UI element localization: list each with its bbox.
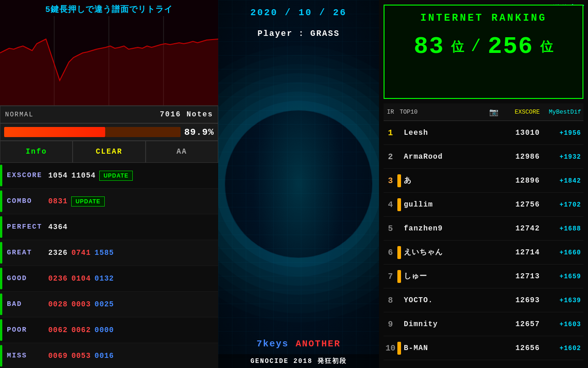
poor-val3: 0000	[95, 326, 114, 334]
miss-values: 0069 0053 0016	[48, 352, 216, 360]
stat-row-exscore: EXSCORE 1054 11054 UPDATE	[0, 163, 218, 189]
rank-diff-7: +1659	[542, 273, 583, 280]
right-panel: スコア送信完了 INTERNET RANKING 83 位 / 256 位 IR…	[379, 0, 588, 368]
rank-row-4: 4 gullim 12756 +1702	[384, 193, 583, 217]
great-label: GREAT	[7, 249, 48, 257]
rank-exscore-2: 12986	[501, 153, 542, 161]
rank-name-6: えいちゃん	[404, 247, 501, 257]
good-val1: 0236	[48, 275, 68, 283]
rank-exscore-10: 12656	[501, 344, 542, 352]
rank-diff-5: +1688	[542, 225, 583, 232]
song-title-bar: GENOCIDE 2018 発狂初段	[218, 354, 379, 368]
poor-val1: 0062	[48, 326, 68, 334]
rank-diff-6: +1660	[542, 249, 583, 256]
stat-row-poor: POOR 0062 0062 0000	[0, 317, 218, 343]
combo-update-btn[interactable]: UPDATE	[71, 196, 104, 207]
rank-medal-10	[397, 342, 401, 355]
exscore-val2: 11054	[71, 172, 96, 180]
perfect-val1: 4364	[48, 223, 68, 231]
tab-info[interactable]: Info	[0, 141, 73, 163]
rank-row-9: 9 Dimnity 12657 +1603	[384, 312, 583, 336]
miss-val3: 0016	[95, 352, 114, 360]
center-header: 2020 / 10 / 26	[218, 0, 379, 25]
rank-diff-8: +1639	[542, 297, 583, 304]
rank-exscore-5: 12742	[501, 224, 542, 233]
good-label: GOOD	[7, 275, 48, 282]
song-title-text: GENOCIDE 2018 発狂初段	[250, 357, 347, 365]
player-display: Player : GRASS	[257, 29, 339, 38]
bad-val1: 0028	[48, 300, 68, 309]
rank-name-8: YOCTO.	[404, 296, 501, 305]
bottom-keys-container: 7keys ANOTHER	[218, 334, 379, 354]
rank-number-9: 9	[384, 320, 397, 329]
rank-row-7: 7 しゅー 12713 +1659	[384, 264, 583, 288]
rank-row-6: 6 えいちゃん 12714 +1660	[384, 241, 583, 264]
miss-label: MISS	[7, 352, 48, 360]
bad-val2: 0003	[71, 300, 90, 309]
rank-medal-6	[397, 246, 401, 259]
rank-name-2: ArmaRood	[404, 153, 501, 161]
rank-number-2: 2	[384, 152, 397, 161]
rank-number-7: 7	[384, 272, 397, 281]
rank-number-8: 8	[384, 296, 397, 305]
tab-clear[interactable]: CLEAR	[73, 141, 145, 163]
exscore-values: 1054 11054 UPDATE	[48, 171, 216, 181]
good-values: 0236 0104 0132	[48, 275, 216, 283]
rh-exscore: EXSCORE	[501, 109, 542, 115]
center-panel	[218, 0, 379, 368]
rank-medal-1	[397, 126, 401, 139]
rank-medal-3	[397, 174, 401, 187]
rank-exscore-3: 12896	[501, 177, 542, 185]
rank-number-6: 6	[384, 248, 397, 257]
stat-row-perfect: PERFECT 4364	[0, 214, 218, 240]
exscore-update-btn[interactable]: UPDATE	[99, 171, 132, 181]
rank-row-3: 3 あ 12896 +1842	[384, 169, 583, 193]
rank-exscore-1: 13010	[501, 129, 542, 137]
combo-values: 0831 UPDATE	[48, 196, 216, 207]
rh-ir: IR	[384, 109, 397, 115]
miss-val1: 0069	[48, 352, 68, 360]
rank-diff-9: +1603	[542, 321, 583, 328]
rank-number-3: 3	[384, 176, 397, 185]
miss-val2: 0053	[71, 352, 90, 360]
exscore-val1: 1054	[48, 172, 68, 180]
rank-name-5: fanzhen9	[404, 224, 501, 233]
combo-label: COMBO	[7, 197, 48, 205]
rank-medal-9	[397, 318, 401, 331]
rank-medal-4	[397, 198, 401, 211]
keys-label: 7keys	[256, 339, 288, 349]
rank-exscore-7: 12713	[501, 272, 542, 281]
rank-name-10: B-MAN	[404, 344, 501, 352]
gauge-fill	[4, 127, 105, 137]
rank-exscore-8: 12693	[501, 296, 542, 305]
ir-box: INTERNET RANKING 83 位 / 256 位	[384, 5, 583, 99]
stat-row-miss: MISS 0069 0053 0016	[0, 343, 218, 368]
graph-area: 5鍵長押しで違う譜面でリトライ	[0, 0, 218, 106]
rank-medal-2	[397, 150, 401, 163]
rank-number-10: 10	[384, 344, 397, 353]
rank-row-5: 5 fanzhen9 12742 +1688	[384, 217, 583, 241]
ranking-header: IR TOP10 📷 EXSCORE MyBestDif	[384, 104, 583, 121]
performance-graph	[0, 16, 218, 106]
bad-label: BAD	[7, 300, 48, 308]
rank-name-9: Dimnity	[404, 320, 501, 328]
ir-rank-row: 83 位 / 256 位	[384, 29, 582, 65]
great-val3: 1585	[95, 249, 114, 257]
left-panel: 5鍵長押しで違う譜面でリトライ NORMAL 7016 Notes 89.9% …	[0, 0, 218, 368]
difficulty-display: ANOTHER	[296, 339, 341, 349]
good-val3: 0132	[95, 275, 114, 283]
rh-mybest: MyBestDif	[542, 109, 583, 115]
rank-number-1: 1	[384, 128, 397, 138]
rank-row-10: 10 B-MAN 12656 +1602	[384, 336, 583, 360]
perfect-values: 4364	[48, 223, 216, 231]
rank-row-1: 1 Leesh 13010 +1956	[384, 121, 583, 145]
tab-aa[interactable]: AA	[146, 141, 218, 163]
rank-diff-1: +1956	[542, 129, 583, 137]
rank-exscore-9: 12657	[501, 320, 542, 328]
great-values: 2326 0741 1585	[48, 249, 216, 257]
exscore-label: EXSCORE	[7, 172, 48, 179]
rank-exscore-4: 12756	[501, 201, 542, 209]
gauge-bar: 89.9%	[0, 123, 218, 141]
rank-diff-3: +1842	[542, 177, 583, 184]
rank-exscore-6: 12714	[501, 248, 542, 257]
